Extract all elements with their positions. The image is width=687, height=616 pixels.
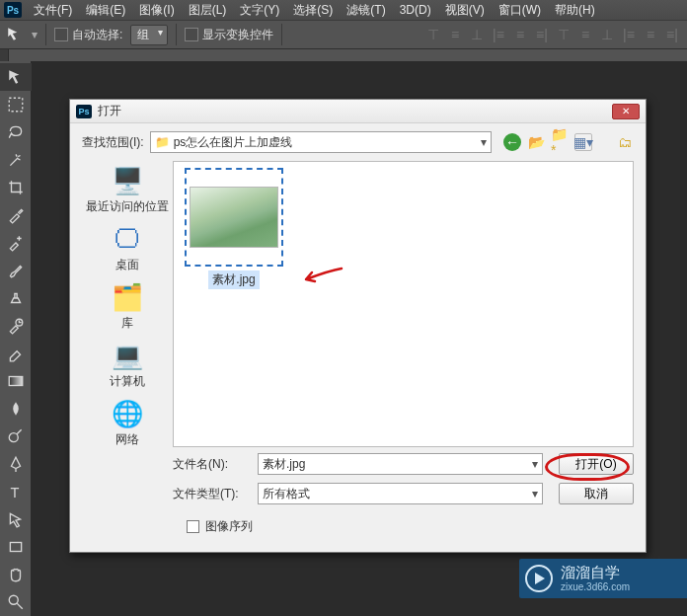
open-dialog: Ps 打开 查找范围(I): 📁 ps怎么在图片上加虚线 ▾ ← 📂 📁* ▦▾…	[69, 99, 647, 553]
place-library[interactable]: 🗂️ 库	[82, 281, 173, 332]
menu-edit[interactable]: 编辑(E)	[80, 0, 131, 21]
back-button[interactable]: ←	[503, 133, 521, 151]
place-network[interactable]: 🌐 网络	[82, 398, 173, 448]
places-bar: 🖥️ 最近访问的位置 🖵 桌面 🗂️ 库 💻 计算机 🌐 网络	[82, 161, 173, 447]
menu-3d[interactable]: 3D(D)	[394, 1, 437, 19]
gradient-tool[interactable]	[0, 367, 32, 395]
place-network-label: 网络	[115, 431, 139, 448]
menu-file[interactable]: 文件(F)	[28, 0, 78, 21]
align-vcenter-icon: ≡	[446, 26, 464, 43]
tools-panel: T	[0, 61, 32, 616]
new-folder-button[interactable]: 📁*	[551, 133, 569, 151]
computer-icon: 💻	[110, 340, 145, 371]
thumbnail-frame	[185, 168, 283, 267]
dodge-tool[interactable]	[0, 423, 32, 450]
clone-stamp-tool[interactable]	[0, 284, 32, 312]
type-tool[interactable]: T	[0, 478, 32, 505]
folder-icon: 📁	[155, 135, 170, 149]
auto-select-checkbox[interactable]: 自动选择:	[54, 27, 122, 43]
dist-right-icon: ≡|	[663, 26, 681, 43]
dist-left-icon: |≡	[620, 26, 638, 43]
place-desktop[interactable]: 🖵 桌面	[82, 223, 173, 273]
menu-window[interactable]: 窗口(W)	[493, 0, 547, 21]
dialog-titlebar[interactable]: Ps 打开	[70, 100, 646, 123]
folder-dropdown[interactable]: 📁 ps怎么在图片上加虚线 ▾	[150, 131, 492, 153]
file-list-pane[interactable]: 素材.jpg	[173, 161, 634, 447]
toolbar-tab[interactable]	[0, 49, 9, 61]
place-recent[interactable]: 🖥️ 最近访问的位置	[82, 165, 173, 215]
menu-image[interactable]: 图像(I)	[133, 0, 180, 21]
zoom-tool[interactable]	[0, 588, 32, 616]
filetype-value: 所有格式	[263, 486, 310, 502]
place-desktop-label: 桌面	[115, 257, 139, 273]
dist-top-icon: ⊤	[555, 26, 572, 43]
path-selection-tool[interactable]	[0, 505, 32, 533]
eraser-tool[interactable]	[0, 340, 32, 367]
rectangle-tool[interactable]	[0, 533, 32, 561]
show-transform-label: 显示变换控件	[202, 28, 273, 41]
svg-rect-0	[9, 98, 23, 112]
up-folder-button[interactable]: 📂	[527, 133, 545, 151]
menu-text[interactable]: 文字(Y)	[234, 0, 285, 21]
place-recent-label: 最近访问的位置	[86, 198, 169, 215]
menu-filter[interactable]: 滤镜(T)	[341, 0, 391, 21]
auto-select-label: 自动选择:	[72, 28, 122, 41]
image-sequence-checkbox[interactable]	[187, 520, 199, 533]
menu-help[interactable]: 帮助(H)	[549, 0, 601, 21]
dist-bottom-icon: ⊥	[598, 26, 616, 43]
network-icon: 🌐	[110, 398, 145, 429]
history-brush-tool[interactable]	[0, 312, 32, 340]
crop-tool[interactable]	[0, 174, 32, 201]
move-tool-icon	[6, 26, 24, 43]
align-left-icon: |≡	[490, 26, 507, 43]
file-item[interactable]: 素材.jpg	[180, 168, 288, 289]
folder-name: ps怎么在图片上加虚线	[174, 134, 293, 151]
healing-brush-tool[interactable]	[0, 229, 32, 257]
dialog-app-icon: Ps	[76, 105, 92, 118]
auto-select-dropdown[interactable]: 组	[130, 25, 168, 45]
chevron-down-icon: ▾	[481, 135, 487, 149]
library-icon: 🗂️	[110, 281, 145, 313]
align-right-icon: ≡|	[533, 26, 551, 43]
recent-icon: 🖥️	[110, 165, 145, 196]
image-sequence-label: 图像序列	[205, 518, 253, 535]
pen-tool[interactable]	[0, 450, 32, 478]
show-transform-checkbox[interactable]: 显示变换控件	[185, 27, 273, 43]
desktop-icon: 🖵	[110, 223, 145, 255]
svg-rect-2	[9, 377, 23, 386]
lasso-tool[interactable]	[0, 118, 32, 146]
magic-wand-tool[interactable]	[0, 146, 32, 174]
open-button[interactable]: 打开(O)	[559, 453, 634, 475]
marquee-tool[interactable]	[0, 91, 32, 118]
dialog-title: 打开	[98, 103, 612, 119]
menu-select[interactable]: 选择(S)	[287, 0, 339, 21]
svg-point-6	[9, 595, 18, 604]
blur-tool[interactable]	[0, 395, 32, 423]
menu-view[interactable]: 视图(V)	[439, 0, 491, 21]
align-bottom-icon: ⊥	[468, 26, 486, 43]
align-top-icon: ⊤	[424, 26, 442, 43]
hand-tool[interactable]	[0, 561, 32, 588]
watermark-title: 溜溜自学	[561, 565, 630, 581]
filetype-combobox[interactable]: 所有格式 ▾	[258, 483, 543, 504]
place-library-label: 库	[121, 315, 133, 332]
main-menu-bar: Ps 文件(F) 编辑(E) 图像(I) 图层(L) 文字(Y) 选择(S) 滤…	[0, 0, 687, 20]
place-computer[interactable]: 💻 计算机	[82, 340, 173, 390]
dist-hcenter-icon: ≡	[642, 26, 659, 43]
align-icons-group: ⊤≡⊥ |≡≡≡| ⊤≡⊥ |≡≡≡|	[424, 26, 681, 43]
filename-label: 文件名(N):	[173, 456, 250, 473]
move-tool[interactable]	[0, 63, 32, 91]
align-hcenter-icon: ≡	[511, 26, 529, 43]
brush-tool[interactable]	[0, 257, 32, 284]
cancel-button[interactable]: 取消	[559, 483, 634, 504]
watermark-banner: 溜溜自学 zixue.3d66.com	[519, 559, 687, 598]
menu-layer[interactable]: 图层(L)	[183, 0, 233, 21]
lookin-label: 查找范围(I):	[82, 134, 144, 151]
views-dropdown[interactable]: ▦▾	[574, 133, 592, 151]
preview-toggle-button[interactable]: 🗂	[616, 133, 634, 151]
filename-value: 素材.jpg	[263, 456, 305, 473]
eyedropper-tool[interactable]	[0, 201, 32, 229]
watermark-url: zixue.3d66.com	[561, 581, 630, 592]
close-button[interactable]	[612, 104, 640, 119]
filename-combobox[interactable]: 素材.jpg ▾	[258, 453, 543, 475]
